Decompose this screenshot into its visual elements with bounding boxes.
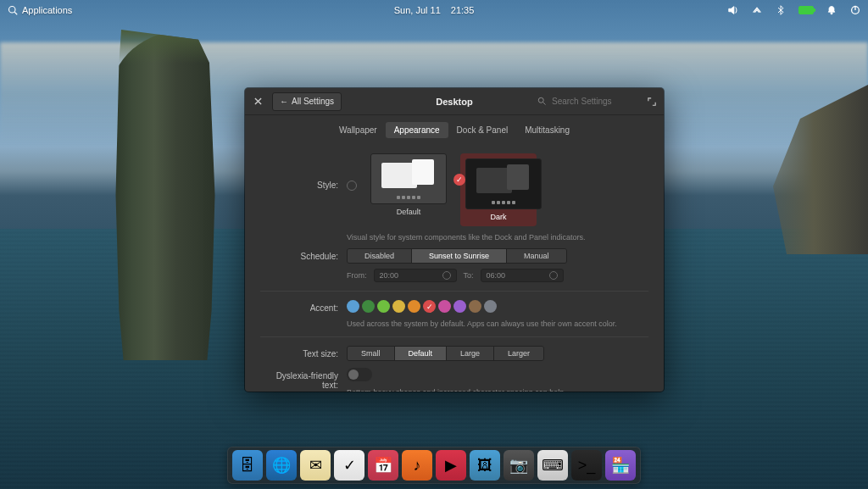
accent-swatch-4[interactable] — [408, 300, 420, 313]
accent-swatch-7[interactable] — [453, 300, 466, 313]
to-time-input[interactable]: 06:00 — [481, 269, 564, 282]
dock-tasks[interactable]: ✓ — [334, 450, 364, 481]
close-button[interactable] — [250, 94, 265, 109]
applications-menu[interactable]: Applications — [7, 4, 72, 16]
style-label: Style: — [260, 153, 347, 190]
style-option-dark[interactable]: ✓ Dark — [460, 153, 537, 226]
time-label: 21:35 — [451, 5, 475, 15]
clock[interactable]: Sun, Jul 11 21:35 — [394, 5, 475, 15]
back-button[interactable]: ← All Settings — [272, 92, 342, 111]
textsize-large[interactable]: Large — [447, 347, 494, 360]
dock-terminal[interactable]: >_ — [571, 450, 602, 481]
textsize-default[interactable]: Default — [395, 347, 448, 360]
schedule-disabled[interactable]: Disabled — [348, 249, 412, 263]
wallpaper-rock — [110, 30, 220, 360]
separator — [260, 336, 648, 337]
schedule-segmented: DisabledSunset to SunriseManual — [347, 248, 567, 264]
accent-swatch-9[interactable] — [484, 300, 497, 313]
accent-swatch-0[interactable] — [347, 300, 359, 313]
dock-code[interactable]: ⌨ — [537, 450, 568, 481]
textsize-label: Text size: — [260, 346, 347, 358]
tab-wallpaper[interactable]: Wallpaper — [331, 122, 386, 138]
dock-music[interactable]: ♪ — [402, 450, 432, 481]
window-title: Desktop — [436, 97, 472, 107]
style-default-label: Default — [370, 208, 447, 216]
settings-window: ← All Settings Desktop WallpaperAppearan… — [245, 88, 664, 392]
accent-swatch-3[interactable] — [392, 300, 405, 313]
style-option-default[interactable]: Default — [370, 153, 447, 216]
textsize-larger[interactable]: Larger — [494, 347, 543, 360]
dock-camera[interactable]: 📷 — [504, 450, 534, 481]
svg-point-5 — [538, 97, 543, 103]
search-icon — [7, 4, 19, 16]
dock: 🗄🌐✉✓📅♪▶🖼📷⌨>_🏪 — [227, 447, 641, 484]
checkmark-icon: ✓ — [453, 174, 465, 186]
search-input[interactable] — [552, 97, 637, 106]
dock-files[interactable]: 🗄 — [232, 450, 263, 481]
maximize-button[interactable] — [645, 95, 659, 108]
titlebar: ← All Settings Desktop — [245, 88, 664, 115]
textsize-segmented: SmallDefaultLargeLarger — [347, 346, 544, 361]
schedule-sunset-to-sunrise[interactable]: Sunset to Sunrise — [412, 249, 507, 263]
dyslexia-hint: Bottom-heavy shapes and increased charac… — [347, 388, 584, 392]
svg-point-2 — [831, 13, 832, 14]
date-label: Sun, Jul 11 — [394, 5, 441, 15]
back-label: All Settings — [292, 97, 334, 106]
to-label: To: — [464, 271, 474, 280]
svg-point-0 — [9, 7, 16, 14]
schedule-label: Schedule: — [260, 248, 347, 261]
category-tabs: WallpaperAppearanceDock & PanelMultitask… — [260, 122, 648, 138]
volume-icon[interactable] — [727, 4, 739, 16]
dyslexia-label: Dyslexia-friendly text: — [260, 368, 347, 390]
separator — [260, 291, 648, 292]
tab-multitasking[interactable]: Multitasking — [516, 122, 578, 138]
bluetooth-icon[interactable] — [775, 4, 787, 16]
from-label: From: — [347, 271, 367, 280]
power-icon[interactable] — [849, 4, 861, 16]
clock-icon — [442, 271, 451, 280]
style-radio-default[interactable] — [347, 181, 357, 191]
battery-icon[interactable] — [798, 6, 814, 14]
dyslexia-toggle[interactable] — [347, 368, 372, 381]
schedule-manual[interactable]: Manual — [507, 249, 566, 263]
notifications-icon[interactable] — [826, 4, 837, 16]
accent-swatch-6[interactable] — [438, 300, 451, 313]
network-icon[interactable] — [751, 4, 763, 16]
tab-dock-panel[interactable]: Dock & Panel — [448, 122, 517, 138]
accent-swatch-8[interactable] — [469, 300, 481, 313]
style-dark-label: Dark — [465, 213, 531, 221]
back-arrow-icon: ← — [280, 97, 288, 106]
svg-line-6 — [543, 102, 546, 104]
dock-photos[interactable]: 🖼 — [470, 450, 500, 481]
clock-icon — [549, 271, 558, 280]
style-hint: Visual style for system components like … — [347, 233, 648, 242]
accent-swatch-1[interactable] — [362, 300, 375, 313]
accent-label: Accent: — [260, 300, 347, 313]
accent-swatch-5[interactable] — [423, 300, 436, 313]
dock-web[interactable]: 🌐 — [266, 450, 297, 481]
dock-appcenter[interactable]: 🏪 — [605, 450, 636, 481]
tab-appearance[interactable]: Appearance — [386, 122, 448, 138]
dock-mail[interactable]: ✉ — [300, 450, 331, 481]
textsize-small[interactable]: Small — [348, 347, 395, 360]
accent-swatches — [347, 300, 648, 313]
window-content: WallpaperAppearanceDock & PanelMultitask… — [245, 115, 664, 392]
accent-swatch-2[interactable] — [377, 300, 390, 313]
dock-videos[interactable]: ▶ — [436, 450, 466, 481]
svg-line-1 — [14, 12, 17, 14]
applications-label: Applications — [22, 5, 72, 15]
top-panel: Applications Sun, Jul 11 21:35 — [0, 0, 868, 20]
search-icon — [537, 96, 547, 108]
from-time-input[interactable]: 20:00 — [374, 269, 457, 282]
dock-calendar[interactable]: 📅 — [368, 450, 398, 481]
accent-hint: Used across the system by default. Apps … — [347, 320, 648, 328]
